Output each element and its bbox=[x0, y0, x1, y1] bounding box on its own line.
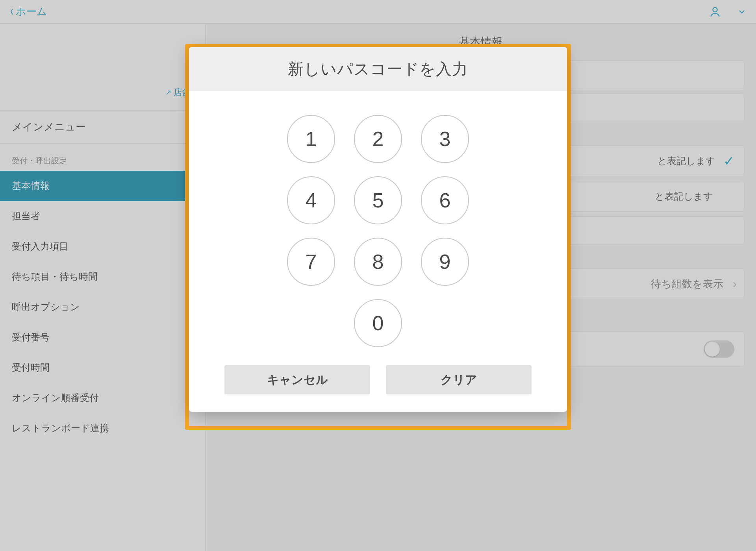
key-label: 3 bbox=[439, 127, 451, 151]
keypad-key-4[interactable]: 4 bbox=[287, 176, 335, 224]
keypad-key-5[interactable]: 5 bbox=[354, 176, 402, 224]
key-label: 2 bbox=[372, 127, 384, 151]
keypad-key-7[interactable]: 7 bbox=[287, 238, 335, 286]
cancel-button[interactable]: キャンセル bbox=[224, 365, 370, 394]
keypad-key-8[interactable]: 8 bbox=[354, 238, 402, 286]
keypad-key-9[interactable]: 9 bbox=[421, 238, 469, 286]
passcode-modal: 新しいパスコードを入力 1 2 3 4 5 6 7 8 9 0 キャンセル クリ… bbox=[189, 47, 567, 412]
key-label: 9 bbox=[439, 250, 451, 274]
key-label: 0 bbox=[372, 311, 384, 335]
button-label: キャンセル bbox=[267, 372, 328, 388]
keypad: 1 2 3 4 5 6 7 8 9 0 bbox=[189, 91, 567, 363]
key-label: 5 bbox=[372, 189, 384, 212]
keypad-key-0[interactable]: 0 bbox=[354, 299, 402, 347]
keypad-key-6[interactable]: 6 bbox=[421, 176, 469, 224]
key-label: 6 bbox=[439, 189, 451, 212]
key-label: 1 bbox=[306, 127, 317, 151]
modal-title: 新しいパスコードを入力 bbox=[189, 47, 567, 91]
keypad-key-1[interactable]: 1 bbox=[287, 115, 335, 163]
keypad-key-3[interactable]: 3 bbox=[421, 115, 469, 163]
key-label: 4 bbox=[306, 189, 317, 212]
clear-button[interactable]: クリア bbox=[386, 365, 532, 394]
button-label: クリア bbox=[441, 372, 477, 388]
key-label: 7 bbox=[306, 250, 317, 274]
keypad-key-2[interactable]: 2 bbox=[354, 115, 402, 163]
key-label: 8 bbox=[372, 250, 384, 274]
